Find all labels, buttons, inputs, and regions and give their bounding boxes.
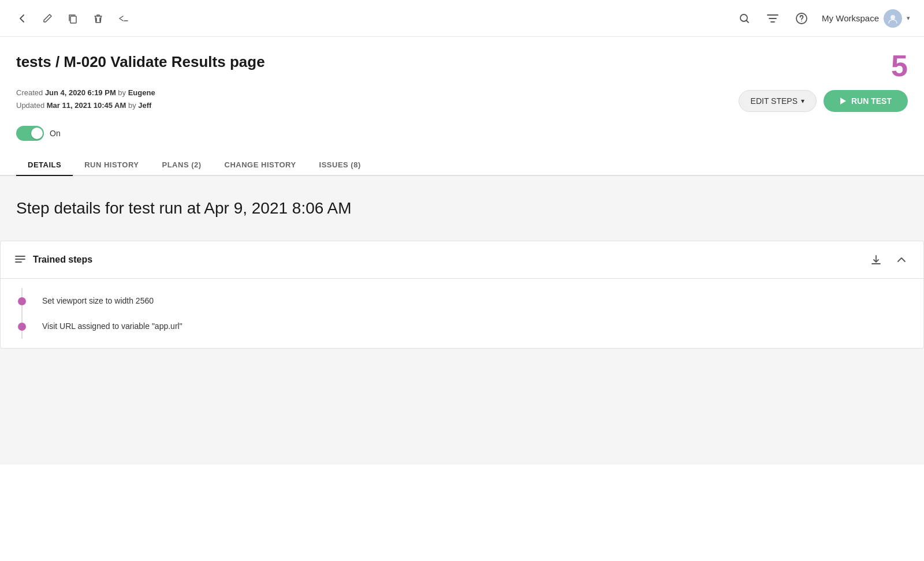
step-text-1: Set viewport size to width 2560: [42, 296, 910, 305]
play-icon: [840, 97, 847, 105]
help-button[interactable]: [793, 10, 810, 27]
edit-steps-dropdown-icon: ▾: [801, 97, 804, 105]
avatar: [884, 9, 902, 28]
step-dot-1: [18, 297, 26, 305]
back-button[interactable]: [14, 10, 30, 27]
search-button[interactable]: [736, 10, 752, 27]
step-run-heading: Step details for test run at Apr 9, 2021…: [0, 176, 924, 241]
toggle-label: On: [50, 129, 61, 138]
action-buttons: EDIT STEPS ▾ RUN TEST: [739, 90, 908, 112]
card-header-left: Trained steps: [14, 255, 868, 265]
edit-steps-button[interactable]: EDIT STEPS ▾: [739, 90, 817, 112]
created-by: Eugene: [128, 88, 155, 97]
run-test-button[interactable]: RUN TEST: [824, 90, 908, 112]
trained-steps-card: Trained steps: [0, 241, 924, 349]
toggle-section: On: [0, 112, 924, 141]
workspace-label: My Workspace: [822, 13, 879, 23]
step-text-2: Visit URL assigned to variable "app.url": [42, 321, 910, 331]
tab-issues[interactable]: ISSUES (8): [308, 155, 372, 176]
updated-date: Mar 11, 2021 10:45 AM: [47, 101, 126, 110]
timeline: Set viewport size to width 2560 Visit UR…: [14, 288, 910, 339]
page-title: tests / M-020 Validate Results page: [16, 53, 265, 71]
list-item: Set viewport size to width 2560: [42, 288, 910, 313]
collapse-button[interactable]: [893, 252, 910, 268]
toolbar-right: My Workspace ▾: [736, 9, 910, 28]
tab-run-history[interactable]: RUN HISTORY: [73, 155, 150, 176]
updated-by-label: by: [128, 101, 136, 110]
tabs-nav: DETAILS RUN HISTORY PLANS (2) CHANGE HIS…: [0, 155, 924, 176]
edit-button[interactable]: [39, 10, 55, 27]
breadcrumb-title-row: tests / M-020 Validate Results page 5: [16, 53, 908, 81]
workspace-button[interactable]: My Workspace ▾: [822, 9, 910, 28]
toolbar: My Workspace ▾: [0, 0, 924, 37]
card-header-right: [868, 252, 910, 268]
svg-point-4: [891, 15, 895, 20]
svg-rect-0: [70, 16, 76, 23]
toolbar-left: [14, 10, 736, 27]
card-header: Trained steps: [1, 241, 923, 279]
workspace-dropdown-icon: ▾: [907, 14, 910, 22]
tab-change-history[interactable]: CHANGE HISTORY: [213, 155, 308, 176]
created-by-label: by: [118, 88, 126, 97]
steps-list: Set viewport size to width 2560 Visit UR…: [1, 279, 923, 348]
meta-info: Created Jun 4, 2020 6:19 PM by Eugene Up…: [16, 87, 155, 112]
tab-details[interactable]: DETAILS: [16, 155, 73, 176]
main-content: Step details for test run at Apr 9, 2021…: [0, 176, 924, 465]
step-count: 5: [891, 51, 908, 81]
created-label: Created: [16, 88, 43, 97]
copy-button[interactable]: [65, 10, 81, 27]
svg-point-3: [801, 20, 802, 21]
updated-label: Updated: [16, 101, 44, 110]
filter-button[interactable]: [764, 10, 781, 27]
page-header: tests / M-020 Validate Results page 5 Cr…: [0, 37, 924, 112]
delete-button[interactable]: [90, 10, 106, 27]
created-date: Jun 4, 2020 6:19 PM: [45, 88, 116, 97]
run-test-label: RUN TEST: [851, 96, 892, 106]
trained-steps-title: Trained steps: [33, 255, 92, 265]
status-toggle[interactable]: [16, 126, 44, 141]
step-dot-2: [18, 323, 26, 331]
edit-steps-label: EDIT STEPS: [751, 96, 798, 106]
steps-menu-icon: [14, 255, 26, 265]
tab-plans[interactable]: PLANS (2): [151, 155, 213, 176]
list-item: Visit URL assigned to variable "app.url": [42, 313, 910, 339]
download-button[interactable]: [868, 252, 884, 268]
terminal-button[interactable]: [116, 10, 134, 27]
updated-by: Jeff: [138, 101, 151, 110]
